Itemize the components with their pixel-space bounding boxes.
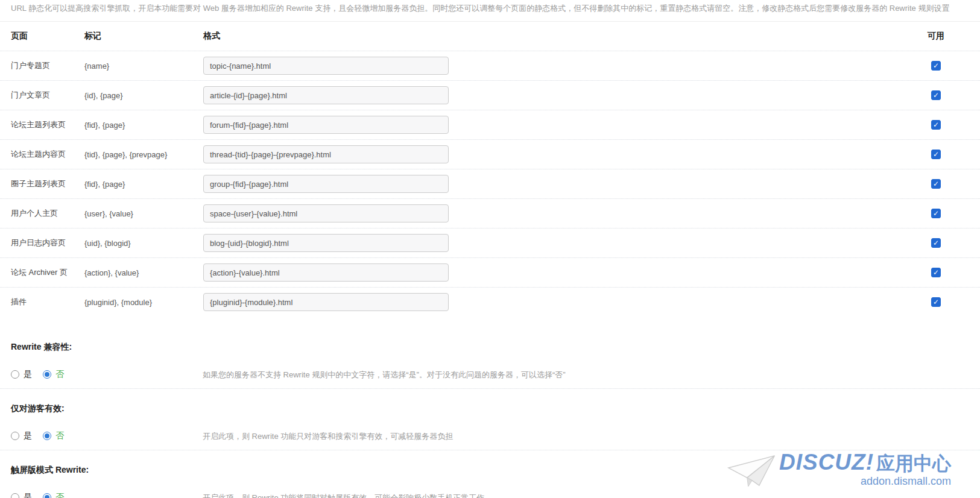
- page-name: 圈子主题列表页: [11, 178, 84, 189]
- tag-list: {id}, {page}: [84, 91, 203, 100]
- table-header: 页面 标记 格式 可用: [0, 22, 980, 51]
- option-description: 开启此项，则 Rewrite 功能将同时对触屏版有效，可能会影响极少数手机正常工…: [203, 493, 484, 498]
- tag-list: {tid}, {page}, {prevpage}: [84, 150, 203, 159]
- page-name: 门户文章页: [11, 90, 84, 101]
- option-label: 仅对游客有效:: [11, 403, 969, 414]
- table-row: 论坛主题列表页 {fid}, {page} ✓: [0, 110, 980, 139]
- radio-no-label: 否: [55, 369, 64, 380]
- watermark-domain: addon.dismall.com: [779, 475, 951, 488]
- rewrite-table: 门户专题页 {name} ✓ 门户文章页 {id}, {page} ✓ 论坛主题…: [0, 51, 980, 317]
- available-checkbox[interactable]: ✓: [931, 238, 941, 248]
- table-row: 插件 {pluginid}, {module} ✓: [0, 287, 980, 317]
- format-input[interactable]: [203, 57, 449, 75]
- header-format: 格式: [203, 31, 903, 42]
- option-description: 开启此项，则 Rewrite 功能只对游客和搜索引擎有效，可减轻服务器负担: [203, 431, 453, 442]
- table-row: 用户日志内容页 {uid}, {blogid} ✓: [0, 228, 980, 257]
- available-checkbox[interactable]: ✓: [931, 150, 941, 159]
- table-row: 用户个人主页 {user}, {value} ✓: [0, 198, 980, 228]
- page-description: URL 静态化可以提高搜索引擎抓取，开启本功能需要对 Web 服务器增加相应的 …: [0, 0, 980, 22]
- radio-yes-label: 是: [24, 492, 32, 498]
- watermark: DISCUZ! 应用中心 addon.dismall.com: [727, 451, 951, 493]
- format-input[interactable]: [203, 145, 449, 163]
- available-checkbox[interactable]: ✓: [931, 179, 941, 189]
- option-section: 仅对游客有效: 是 否 开启此项，则 Rewrite 功能只对游客和搜索引擎有效…: [0, 388, 980, 450]
- page-name: 用户个人主页: [11, 208, 84, 219]
- radio-yes-label: 是: [24, 369, 32, 380]
- table-row: 论坛主题内容页 {tid}, {page}, {prevpage} ✓: [0, 139, 980, 169]
- tag-list: {pluginid}, {module}: [84, 298, 203, 307]
- available-checkbox[interactable]: ✓: [931, 297, 941, 307]
- tag-list: {fid}, {page}: [84, 121, 203, 130]
- radio-no-circle[interactable]: [43, 432, 51, 440]
- header-available: 可用: [903, 31, 969, 42]
- option-section: Rewrite 兼容性: 是 否 如果您的服务器不支持 Rewrite 规则中的…: [0, 327, 980, 388]
- header-page: 页面: [11, 31, 84, 42]
- radio-yes-circle[interactable]: [11, 432, 19, 440]
- radio-no-label: 否: [55, 430, 64, 441]
- table-row: 论坛 Archiver 页 {action}, {value} ✓: [0, 257, 980, 287]
- radio-no[interactable]: 否: [43, 430, 64, 441]
- available-checkbox[interactable]: ✓: [931, 120, 941, 130]
- watermark-brand: DISCUZ!: [779, 451, 874, 473]
- option-description: 如果您的服务器不支持 Rewrite 规则中的中文字符，请选择“是”。对于没有此…: [203, 370, 566, 380]
- radio-no-label: 否: [55, 492, 64, 498]
- tag-list: {action}, {value}: [84, 268, 203, 277]
- radio-yes[interactable]: 是: [11, 430, 32, 441]
- paper-plane-icon: [727, 455, 777, 493]
- radio-no-circle[interactable]: [43, 493, 51, 498]
- radio-yes-circle[interactable]: [11, 370, 19, 379]
- page-name: 论坛 Archiver 页: [11, 267, 84, 278]
- available-checkbox[interactable]: ✓: [931, 90, 941, 100]
- format-input[interactable]: [203, 175, 449, 193]
- format-input[interactable]: [203, 116, 449, 134]
- tag-list: {uid}, {blogid}: [84, 239, 203, 248]
- table-row: 门户文章页 {id}, {page} ✓: [0, 80, 980, 110]
- table-row: 圈子主题列表页 {fid}, {page} ✓: [0, 169, 980, 198]
- radio-yes[interactable]: 是: [11, 369, 32, 380]
- available-checkbox[interactable]: ✓: [931, 61, 941, 71]
- format-input[interactable]: [203, 86, 449, 104]
- radio-yes-circle[interactable]: [11, 493, 19, 498]
- available-checkbox[interactable]: ✓: [931, 268, 941, 277]
- available-checkbox[interactable]: ✓: [931, 209, 941, 218]
- radio-yes-label: 是: [24, 430, 32, 441]
- format-input[interactable]: [203, 234, 449, 252]
- page-name: 论坛主题内容页: [11, 149, 84, 160]
- tag-list: {name}: [84, 61, 203, 71]
- page-name: 门户专题页: [11, 60, 84, 71]
- page-name: 论坛主题列表页: [11, 119, 84, 130]
- radio-no[interactable]: 否: [43, 492, 64, 498]
- radio-no[interactable]: 否: [43, 369, 64, 380]
- page-name: 用户日志内容页: [11, 238, 84, 248]
- format-input[interactable]: [203, 293, 449, 311]
- header-tag: 标记: [84, 31, 203, 42]
- watermark-suffix: 应用中心: [876, 454, 951, 473]
- table-row: 门户专题页 {name} ✓: [0, 51, 980, 80]
- format-input[interactable]: [203, 204, 449, 222]
- radio-no-circle[interactable]: [43, 370, 51, 379]
- tag-list: {user}, {value}: [84, 209, 203, 218]
- page-name: 插件: [11, 297, 84, 307]
- option-label: Rewrite 兼容性:: [11, 342, 969, 353]
- tag-list: {fid}, {page}: [84, 180, 203, 189]
- format-input[interactable]: [203, 263, 449, 282]
- radio-yes[interactable]: 是: [11, 492, 32, 498]
